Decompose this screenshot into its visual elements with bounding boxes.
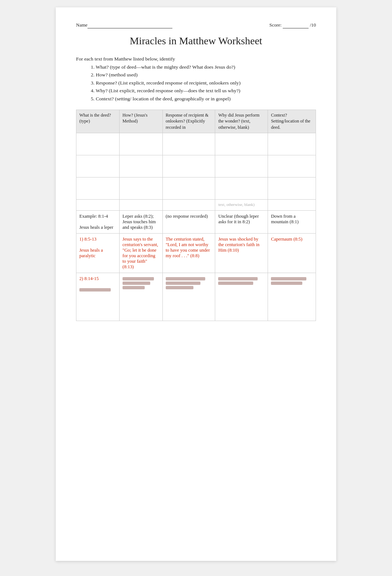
example-why-cell: Unclear (though leper asks for it in 8:2… [215, 210, 268, 233]
name-text: Name [76, 22, 87, 28]
row1-response: The centurion stated, "Lord, I am not wo… [166, 237, 210, 258]
instruction-item-4: 4. Why? (List explicit, recorded respons… [91, 87, 316, 95]
row-1: 1) 8:5-13 Jesus heals a paralytic Jesus … [76, 233, 316, 273]
row2-how-blurred-2 [123, 282, 150, 285]
header-col-what: What is the deed? (type) [76, 110, 120, 133]
row1-context-cell: Capernaum (8:5) [268, 233, 316, 273]
row1-response-cell: The centurion stated, "Lord, I am not wo… [162, 233, 215, 273]
instruction-item-1: 1. What? (type of deed—what is the might… [91, 63, 316, 71]
example-why: Unclear (though leper asks for it in 8:2… [218, 214, 259, 224]
spacer-row-3 [76, 177, 316, 199]
row2-how-cell [119, 273, 162, 321]
instruction-item-3: 3. Response? (List explicit, recorded re… [91, 79, 316, 87]
example-row: Example: 8:1-4 Jesus heals a leper Leper… [76, 210, 316, 233]
score-out-of: /10 [310, 22, 316, 28]
row-2: 2) 8:14-15 [76, 273, 316, 321]
table-header-row: What is the deed? (type) How? (Jesus's M… [76, 110, 316, 133]
header: Name Score: /10 [76, 22, 316, 28]
example-context-cell: Down from a mountain (8:1) [268, 210, 316, 233]
example-ref: Example: 8:1-4 [79, 214, 108, 219]
row1-how-cell: Jesus says to the centurion's servant, "… [119, 233, 162, 273]
page-title: Miracles in Matthew Worksheet [76, 35, 316, 47]
why-clarification: text, otherwise, blank) [218, 202, 254, 207]
row2-how-blurred-1 [123, 277, 154, 280]
row1-why: Jesus was shocked by the centurion's fai… [218, 237, 259, 253]
name-label: Name [76, 22, 172, 28]
example-desc: Jesus heals a leper [79, 225, 113, 230]
spacer-row-2 [76, 155, 316, 177]
page: Name Score: /10 Miracles in Matthew Work… [56, 7, 336, 561]
row2-why-blurred-1 [218, 277, 258, 280]
row2-ref: 2) 8:14-15 [79, 276, 99, 281]
score-field[interactable] [283, 22, 309, 28]
example-response: (no response recorded) [166, 214, 208, 219]
example-how-cell: Leper asks (8:2); Jesus touches him and … [119, 210, 162, 233]
worksheet-table: What is the deed? (type) How? (Jesus's M… [76, 110, 316, 321]
row1-desc: Jesus heals a paralytic [79, 248, 103, 258]
row2-why-cell [215, 273, 268, 321]
row1-how: Jesus says to the centurion's servant, "… [123, 237, 158, 269]
header-col-why: Why did Jesus perform the wonder? (text,… [215, 110, 268, 133]
row2-label-cell: 2) 8:14-15 [76, 273, 120, 321]
row2-context-cell [268, 273, 316, 321]
name-field[interactable] [87, 22, 172, 28]
score-label: Score: [269, 22, 282, 28]
example-how: Leper asks (8:2); Jesus touches him and … [123, 214, 156, 230]
example-label-cell: Example: 8:1-4 Jesus heals a leper [76, 210, 120, 233]
row1-ref: 1) 8:5-13 [79, 237, 96, 242]
score-area: Score: /10 [269, 22, 316, 28]
row2-context-blurred-1 [271, 277, 306, 280]
example-context: Down from a mountain (8:1) [271, 214, 299, 224]
row2-why-blurred-2 [218, 282, 253, 285]
row1-label-cell: 1) 8:5-13 Jesus heals a paralytic [76, 233, 120, 273]
row2-response-blurred-1 [166, 277, 205, 280]
row2-response-blurred-3 [166, 286, 193, 289]
row2-response-cell [162, 273, 215, 321]
row2-context-blurred-2 [271, 282, 302, 285]
instruction-item-2: 2. How? (method used) [91, 71, 316, 79]
row2-label-blurred [79, 288, 111, 292]
spacer-row-1 [76, 133, 316, 155]
row1-why-cell: Jesus was shocked by the centurion's fai… [215, 233, 268, 273]
example-response-cell: (no response recorded) [162, 210, 215, 233]
instructions: For each text from Matthew listed below,… [76, 55, 316, 103]
header-col-context: Context? Setting/location of the deed. [268, 110, 316, 133]
row1-context: Capernaum (8:5) [271, 237, 302, 242]
instructions-intro: For each text from Matthew listed below,… [76, 56, 175, 62]
header-col-how: How? (Jesus's Method) [119, 110, 162, 133]
row2-response-blurred-2 [166, 282, 200, 285]
row2-how-blurred-3 [123, 286, 145, 289]
header-col-response: Response of recipient & onlookers? (Expl… [162, 110, 215, 133]
instruction-item-5: 5. Context? (setting/ location of the de… [91, 95, 316, 103]
spacer-why-row: text, otherwise, blank) [76, 199, 316, 210]
